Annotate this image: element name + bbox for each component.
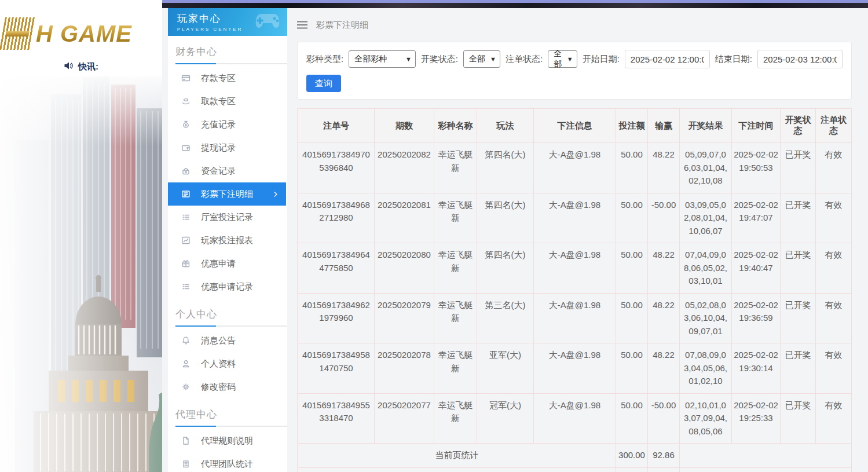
cell-bet-amount: 50.00 (616, 393, 648, 444)
sidebar-item-label: 玩家投注报表 (201, 235, 253, 246)
cell-draw-status: 已开奖 (781, 143, 816, 193)
summary-winloss-total: 92.86 (648, 467, 680, 472)
sidebar-item-hall-bet-records[interactable]: 厅室投注记录 (168, 206, 287, 229)
cell-winloss: 48.22 (648, 143, 680, 193)
draw-status-label: 开奖状态: (421, 54, 458, 65)
column-header: 玩法 (477, 109, 534, 143)
sidebar-item-promo-apply[interactable]: 优惠申请 (168, 252, 287, 275)
menu-toggle-icon[interactable] (297, 21, 307, 29)
cell-draw-status: 已开奖 (781, 293, 816, 343)
lottery-type-select[interactable]: 全部彩种 ▼ (349, 50, 416, 68)
withdraw-hand-icon (181, 97, 191, 106)
cell-play-type: 第四名(大) (477, 143, 534, 193)
order-status-select[interactable]: 全部 ▼ (548, 50, 577, 68)
column-header: 下注信息 (534, 109, 616, 143)
cell-bet-time: 2025-02-02 19:30:14 (732, 343, 781, 394)
current-page-summary-row: 当前页统计 300.00 92.86 (298, 444, 852, 468)
cell-bet-amount: 50.00 (616, 243, 648, 294)
cell-draw-result: 05,09,07,06,03,01,04,02,10,08 (680, 143, 732, 193)
table-header-row: 注单号 期数 彩种名称 玩法 下注信息 投注额 输赢 开奖结果 下注时间 开奖状… (298, 109, 852, 143)
brand-logo: H GAME (2, 17, 132, 50)
document-icon (181, 436, 191, 445)
section-divider (175, 63, 287, 64)
logo-stripes (0, 17, 35, 50)
filter-panel: 彩种类型: 全部彩种 ▼ 开奖状态: 全部 ▼ 注单状态: 全部 (297, 42, 852, 100)
sidebar-item-agent-team-stats[interactable]: 代理团队统计 (168, 452, 287, 472)
column-header: 彩种名称 (434, 109, 477, 143)
sidebar-item-label: 消息公告 (201, 335, 236, 346)
cell-order-no: 401569173849705396840 (298, 143, 375, 193)
speaker-icon (64, 61, 74, 72)
sidebar-item-player-bet-report[interactable]: 玩家投注报表 (168, 229, 287, 252)
start-date-label: 开始日期: (583, 54, 620, 65)
sidebar-item-announcements[interactable]: 消息公告 (168, 329, 287, 352)
city-background-image (0, 76, 162, 472)
app-root: H GAME 快讯: (0, 0, 868, 472)
building-icon (181, 459, 191, 469)
cell-draw-result: 07,08,09,03,04,05,06,01,02,10 (680, 343, 732, 394)
cell-order-status: 有效 (816, 143, 852, 193)
lottery-detail-icon (181, 189, 191, 199)
logo-band: H GAME (0, 0, 162, 57)
brand-panel: H GAME 快讯: (0, 0, 162, 472)
cell-order-no: 401569173849621979960 (298, 293, 375, 343)
cell-order-status: 有效 (816, 243, 852, 294)
cell-draw-result: 03,09,05,02,08,01,04,10,06,07 (680, 193, 732, 243)
sidebar-item-promo-records[interactable]: 优惠申请记录 (168, 275, 287, 298)
sidebar-item-label: 资金记录 (201, 166, 236, 177)
cell-draw-status: 已开奖 (781, 193, 816, 243)
cell-bet-time: 2025-02-02 19:25:33 (732, 393, 781, 444)
cell-order-status: 有效 (816, 293, 852, 343)
cell-play-type: 冠军(大) (477, 393, 534, 444)
summary-bet-total: 300.00 (616, 444, 648, 468)
sidebar-item-label: 优惠申请记录 (201, 281, 253, 292)
cell-bet-time: 2025-02-02 19:36:59 (732, 293, 781, 343)
chevron-right-icon (272, 190, 279, 200)
sidebar-item-withdrawal-records[interactable]: 提现记录 (168, 136, 287, 159)
sidebar-item-label: 个人资料 (201, 358, 236, 369)
sidebar-item-withdraw[interactable]: 取款专区 (168, 90, 287, 113)
table-row: 401569173849682712980 20250202081 幸运飞艇新 … (298, 193, 852, 243)
cell-draw-status: 已开奖 (781, 343, 816, 394)
sidebar-item-fund-records[interactable]: 资金记录 (168, 159, 287, 182)
cell-play-type: 第三名(大) (477, 293, 534, 343)
sidebar-item-label: 修改密码 (201, 382, 236, 393)
end-date-input[interactable] (757, 50, 843, 68)
gift-icon (181, 259, 191, 268)
column-header: 输赢 (648, 109, 680, 143)
cell-order-no: 401569173849553318470 (298, 393, 375, 444)
sidebar-item-label: 取款专区 (201, 96, 236, 107)
summary-bet-total: 300.00 (616, 467, 648, 472)
cell-order-status: 有效 (816, 343, 852, 394)
cell-bet-amount: 50.00 (616, 193, 648, 243)
table-row: 401569173849553318470 20250202077 幸运飞艇新 … (298, 393, 852, 444)
column-header: 开奖状态 (781, 109, 816, 143)
cell-lottery-name: 幸运飞艇新 (434, 393, 477, 444)
sidebar: 玩家中心 PLAYERS CENTER 财务中心 存款专区 取款专区 (168, 8, 287, 472)
sidebar-item-recharge-records[interactable]: 充值记录 (168, 113, 287, 136)
chevron-down-icon: ▼ (405, 56, 412, 63)
cell-bet-info: 大-A盘@1.98 (534, 293, 616, 343)
cell-bet-amount: 50.00 (616, 343, 648, 394)
section-title-finance: 财务中心 (168, 36, 287, 58)
column-header: 期数 (375, 109, 434, 143)
sidebar-item-change-password[interactable]: 修改密码 (168, 375, 287, 398)
summary-label: 总统计 (298, 467, 616, 472)
sidebar-item-lottery-bet-detail[interactable]: 彩票下注明细 (168, 182, 286, 206)
sidebar-item-agent-rules[interactable]: 代理规则说明 (168, 429, 287, 452)
cell-play-type: 第四名(大) (477, 243, 534, 294)
person-icon (181, 359, 191, 368)
promo-record-icon (181, 282, 191, 291)
query-button[interactable]: 查询 (306, 75, 341, 92)
grand-total-summary-row: 总统计 300.00 92.86 (298, 467, 852, 472)
start-date-input[interactable] (625, 50, 710, 68)
sidebar-item-deposit[interactable]: 存款专区 (168, 67, 287, 90)
sidebar-item-label: 存款专区 (201, 73, 236, 84)
cell-order-no: 401569173849682712980 (298, 193, 375, 243)
sidebar-item-profile[interactable]: 个人资料 (168, 352, 287, 375)
cell-winloss: -50.00 (648, 193, 680, 243)
summary-winloss-total: 92.86 (648, 444, 680, 468)
order-status-label: 注单状态: (506, 54, 543, 65)
draw-status-select[interactable]: 全部 ▼ (463, 50, 500, 68)
table-row: 401569173849581470750 20250202078 幸运飞艇新 … (298, 343, 852, 394)
